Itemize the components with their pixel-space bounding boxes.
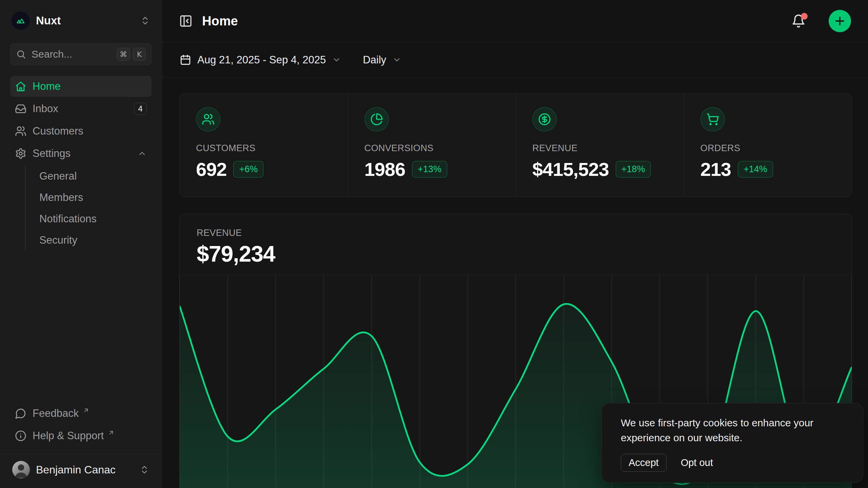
user-menu[interactable]: Benjamin Canac <box>10 460 152 479</box>
search-placeholder: Search... <box>32 48 111 60</box>
search-icon <box>16 49 26 59</box>
plus-icon <box>833 15 846 27</box>
panel-left-close-icon <box>179 14 193 28</box>
chevrons-up-down-icon <box>140 16 150 26</box>
stat-icon-circle <box>196 107 220 131</box>
inbox-count-badge: 4 <box>134 103 147 115</box>
main-header: Home <box>162 0 868 42</box>
sidebar-item-inbox[interactable]: Inbox4 <box>10 98 152 119</box>
stat-icon-circle <box>532 107 557 131</box>
message-circle-icon <box>15 408 26 419</box>
stat-label: CONVERSIONS <box>364 143 500 154</box>
search-shortcut: ⌘K <box>117 48 146 61</box>
date-range-picker[interactable]: Aug 21, 2025 - Sep 4, 2025 <box>180 54 341 66</box>
stat-card-conversions[interactable]: CONVERSIONS1986+13% <box>348 94 516 197</box>
nuxt-logo-icon <box>15 15 26 26</box>
chart-value: $79,234 <box>197 242 835 266</box>
stat-icon-circle <box>701 107 725 131</box>
chevron-down-icon <box>392 55 401 64</box>
date-range-label: Aug 21, 2025 - Sep 4, 2025 <box>197 54 326 66</box>
user-menu-expand-icon <box>139 465 150 475</box>
toolbar: Aug 21, 2025 - Sep 4, 2025 Daily <box>162 42 868 78</box>
page-title: Home <box>202 14 782 28</box>
chevron-down-icon <box>332 55 341 64</box>
granularity-select[interactable]: Daily <box>363 54 401 66</box>
sidebar-divider <box>0 454 162 454</box>
stat-value: 692 <box>196 158 226 180</box>
sidebar: Nuxt Search... ⌘K HomeInbox4CustomersSet… <box>0 0 162 488</box>
sidebar-spacer <box>10 253 152 403</box>
search-icon <box>16 49 26 59</box>
plus-icon <box>833 15 846 27</box>
workspace-expand-icon <box>140 16 150 26</box>
create-button[interactable] <box>829 10 851 32</box>
stat-delta-badge: +18% <box>616 161 651 178</box>
kbd-key: K <box>133 48 146 61</box>
pie-chart-icon <box>370 113 383 126</box>
cookie-actions: Accept Opt out <box>621 454 844 472</box>
sidebar-primary-nav: HomeInbox4CustomersSettingsGeneralMember… <box>10 76 152 253</box>
granularity-label: Daily <box>363 54 386 66</box>
sidebar-subitem-notifications[interactable]: Notifications <box>35 208 152 229</box>
stat-card-orders[interactable]: ORDERS213+14% <box>684 94 852 197</box>
inbox-icon <box>15 103 26 115</box>
shopping-cart-icon <box>706 113 719 126</box>
chevron-up-icon <box>137 149 147 158</box>
sidebar-item-customers[interactable]: Customers <box>10 121 152 142</box>
sidebar-collapse-button[interactable] <box>179 14 193 28</box>
arrow-up-right-icon <box>83 407 90 414</box>
stat-value: $415,523 <box>532 158 609 180</box>
opt-out-button[interactable]: Opt out <box>681 457 713 468</box>
calendar-icon <box>180 54 191 66</box>
app-root: Nuxt Search... ⌘K HomeInbox4CustomersSet… <box>0 0 868 488</box>
cookie-banner: We use first-party cookies to enhance yo… <box>601 403 863 483</box>
stat-icon-circle <box>364 107 389 131</box>
sidebar-item-feedback[interactable]: Feedback <box>10 403 152 424</box>
notification-dot <box>801 13 808 20</box>
nuxt-logo-icon <box>12 12 30 30</box>
notifications-button[interactable] <box>791 14 806 28</box>
users-icon <box>202 113 215 126</box>
stat-card-revenue[interactable]: REVENUE$415,523+18% <box>516 94 684 197</box>
stat-label: ORDERS <box>701 143 836 154</box>
sidebar-subitem-members[interactable]: Members <box>35 187 152 208</box>
workspace-name: Nuxt <box>36 14 134 27</box>
accept-button[interactable]: Accept <box>621 454 667 472</box>
sidebar-subitem-security[interactable]: Security <box>35 229 152 251</box>
info-icon <box>15 430 26 442</box>
chevrons-up-down-icon <box>139 465 150 475</box>
sidebar-item-settings[interactable]: Settings <box>10 143 152 164</box>
sidebar-subnav-settings: GeneralMembersNotificationsSecurity <box>25 165 152 251</box>
person-silhouette-icon <box>13 462 29 479</box>
circle-dollar-icon <box>538 113 551 126</box>
stats-card-group: CUSTOMERS692+6%CONVERSIONS1986+13%REVENU… <box>179 93 852 197</box>
stat-delta-badge: +13% <box>412 161 447 178</box>
home-icon <box>15 81 26 92</box>
stat-card-customers[interactable]: CUSTOMERS692+6% <box>180 94 348 197</box>
user-name: Benjamin Canac <box>36 464 133 476</box>
arrow-up-right-icon <box>108 429 115 436</box>
revenue-chart-header: REVENUE $79,234 <box>180 214 852 275</box>
stat-label: REVENUE <box>532 143 668 154</box>
users-icon <box>15 125 26 137</box>
sidebar-item-help-support[interactable]: Help & Support <box>10 425 152 446</box>
sidebar-item-home[interactable]: Home <box>10 76 152 97</box>
chevron-down-icon <box>392 55 401 64</box>
settings-icon <box>15 148 26 159</box>
stat-label: CUSTOMERS <box>196 143 332 154</box>
chevron-down-icon <box>332 55 341 64</box>
workspace-switcher[interactable]: Nuxt <box>10 12 152 30</box>
search-input[interactable]: Search... ⌘K <box>10 43 152 65</box>
kbd-key: ⌘ <box>117 48 130 61</box>
stat-value: 213 <box>701 158 731 180</box>
stat-delta-badge: +6% <box>233 161 263 178</box>
sidebar-secondary-nav: FeedbackHelp & Support <box>10 403 152 448</box>
user-avatar <box>12 461 30 479</box>
cookie-message: We use first-party cookies to enhance yo… <box>621 415 841 445</box>
calendar-icon <box>180 54 191 66</box>
sidebar-subitem-general[interactable]: General <box>35 165 152 187</box>
stat-value: 1986 <box>364 158 406 180</box>
chart-label: REVENUE <box>197 228 835 238</box>
stat-delta-badge: +14% <box>738 161 773 178</box>
